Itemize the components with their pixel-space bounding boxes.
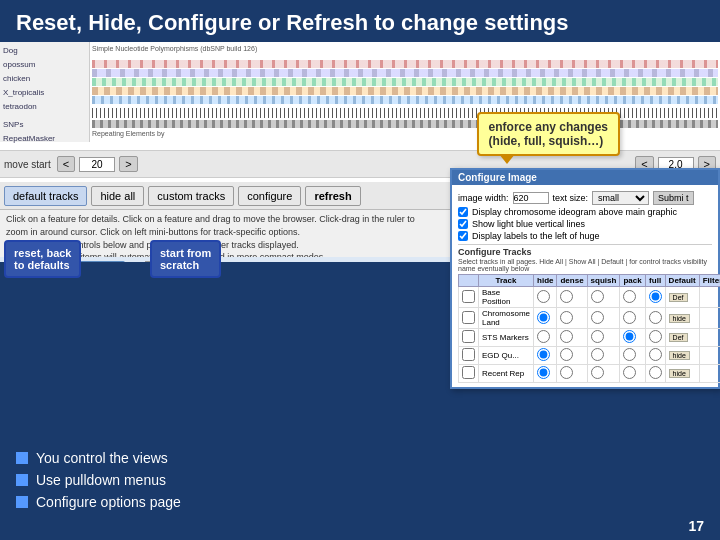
text-size-label: text size: [553, 193, 589, 203]
reset-callout: reset, backto defaults [4, 240, 81, 278]
egd-hide-radio[interactable] [537, 348, 550, 361]
table-row: Chromosome Land hide [459, 308, 721, 329]
recent-rep-default-btn[interactable]: hide [669, 369, 690, 378]
base-pos-pack-radio[interactable] [623, 290, 636, 303]
image-width-row: image width: text size: small tiny mediu… [458, 191, 712, 205]
recent-rep-pack-radio[interactable] [623, 366, 636, 379]
configure-image-panel: Configure Image image width: text size: … [450, 168, 720, 389]
recent-rep-dense-radio[interactable] [560, 366, 573, 379]
sts-hide-radio[interactable] [537, 330, 550, 343]
configure-panel-title: Configure Image [452, 170, 718, 185]
tracks-table: Track hide dense squish pack full Defaul… [458, 274, 720, 383]
genome-track-visual: Simple Nucleotide Polymorphisms (dbSNP b… [90, 42, 720, 142]
track-labels-sidebar: Dog opossum chicken X_tropicalis tetraod… [0, 42, 90, 142]
chrom-land-default-btn[interactable]: hide [669, 314, 690, 323]
bullet-text-1: You control the views [36, 450, 168, 466]
repeat-masker-track [92, 120, 718, 128]
bullet-item-2: Use pulldown menus [16, 472, 181, 488]
col-filters: Filters [699, 275, 720, 287]
chrom-land-pack-radio[interactable] [623, 311, 636, 324]
sts-full-radio[interactable] [649, 330, 662, 343]
egd-full-radio[interactable] [649, 348, 662, 361]
snp-track-visual [92, 108, 718, 118]
recent-rep-full-radio[interactable] [649, 366, 662, 379]
chrom-land-full-radio[interactable] [649, 311, 662, 324]
base-pos-dense-radio[interactable] [560, 290, 573, 303]
light-blue-lines-label: Show light blue vertical lines [472, 219, 585, 229]
egd-default-btn[interactable]: hide [669, 351, 690, 360]
bullet-icon-3 [16, 496, 28, 508]
position-input[interactable] [79, 157, 115, 172]
slide-header: Reset, Hide, Configure or Refresh to cha… [0, 0, 720, 42]
sts-squish-radio[interactable] [591, 330, 604, 343]
col-default: Default [665, 275, 699, 287]
refresh-button[interactable]: refresh [305, 186, 360, 206]
recent-rep-checkbox[interactable] [462, 366, 475, 379]
image-width-label: image width: [458, 193, 509, 203]
sts-markers-checkbox[interactable] [462, 330, 475, 343]
default-tracks-button[interactable]: default tracks [4, 186, 87, 206]
snp-annotation-text: Simple Nucleotide Polymorphisms (dbSNP b… [92, 44, 718, 53]
reset-callout-text: reset, backto defaults [14, 247, 71, 271]
chromosome-ideogram-checkbox[interactable] [458, 207, 468, 217]
enforce-text: enforce any changes [489, 120, 608, 134]
text-size-select[interactable]: small tiny medium large [592, 191, 649, 205]
bullets-area: You control the views Use pulldown menus… [16, 444, 181, 516]
custom-tracks-button[interactable]: custom tracks [148, 186, 234, 206]
col-track: Track [479, 275, 534, 287]
bullet-icon-1 [16, 452, 28, 464]
configure-panel-body: image width: text size: small tiny mediu… [452, 185, 718, 387]
move-start-label: move start [4, 159, 51, 170]
track-name-recent-rep: Recent Rep [479, 365, 534, 383]
track-label-tetraodon: tetraodon [3, 100, 86, 114]
sts-pack-radio[interactable] [623, 330, 636, 343]
track-label-dog: Dog [3, 44, 86, 58]
configure-button[interactable]: configure [238, 186, 301, 206]
bullet-text-2: Use pulldown menus [36, 472, 166, 488]
chrom-land-squish-radio[interactable] [591, 311, 604, 324]
repeat-annotation-text: Repeating Elements by [92, 129, 718, 138]
light-blue-lines-checkbox[interactable] [458, 219, 468, 229]
chromosome-ideogram-label: Display chromosome ideogram above main g… [472, 207, 677, 217]
egd-qu-checkbox[interactable] [462, 348, 475, 361]
nav-back-button[interactable]: < [57, 156, 75, 172]
bullet-item-3: Configure options page [16, 494, 181, 510]
sts-default-btn[interactable]: Def [669, 333, 688, 342]
chrom-land-hide-radio[interactable] [537, 311, 550, 324]
submit-button[interactable]: Submi t [653, 191, 694, 205]
base-pos-hide-radio[interactable] [537, 290, 550, 303]
track-label-opossum: opossum [3, 58, 86, 72]
col-squish: squish [587, 275, 620, 287]
track-label-snps: SNPs [3, 118, 86, 132]
egd-squish-radio[interactable] [591, 348, 604, 361]
chrom-land-dense-radio[interactable] [560, 311, 573, 324]
checkbox-row-3: Display labels to the left of huge [458, 231, 712, 241]
table-row: Recent Rep hide [459, 365, 721, 383]
scratch-callout: start fromscratch [150, 240, 221, 278]
recent-rep-squish-radio[interactable] [591, 366, 604, 379]
conservation-track-5 [92, 96, 718, 104]
image-width-input[interactable] [513, 192, 549, 204]
chrom-land-checkbox[interactable] [462, 311, 475, 324]
hide-all-button[interactable]: hide all [91, 186, 144, 206]
display-labels-checkbox[interactable] [458, 231, 468, 241]
track-name-base-position: Base Position [479, 287, 534, 308]
sts-dense-radio[interactable] [560, 330, 573, 343]
col-dense: dense [557, 275, 587, 287]
nav-forward-button[interactable]: > [119, 156, 137, 172]
egd-pack-radio[interactable] [623, 348, 636, 361]
table-row: STS Markers Def [459, 329, 721, 347]
enforce-sub-text: (hide, full, squish…) [489, 134, 608, 148]
display-labels-label: Display labels to the left of huge [472, 231, 600, 241]
base-pos-checkbox[interactable] [462, 290, 475, 303]
bullet-text-3: Configure options page [36, 494, 181, 510]
egd-dense-radio[interactable] [560, 348, 573, 361]
base-pos-default-btn[interactable]: Def [669, 293, 688, 302]
page-number: 17 [688, 518, 704, 534]
track-label-repeatmasker: RepeatMasker [3, 132, 86, 146]
recent-rep-hide-radio[interactable] [537, 366, 550, 379]
bullet-icon-2 [16, 474, 28, 486]
base-pos-squish-radio[interactable] [591, 290, 604, 303]
track-name-chromosome-land: Chromosome Land [479, 308, 534, 329]
base-pos-full-radio[interactable] [649, 290, 662, 303]
